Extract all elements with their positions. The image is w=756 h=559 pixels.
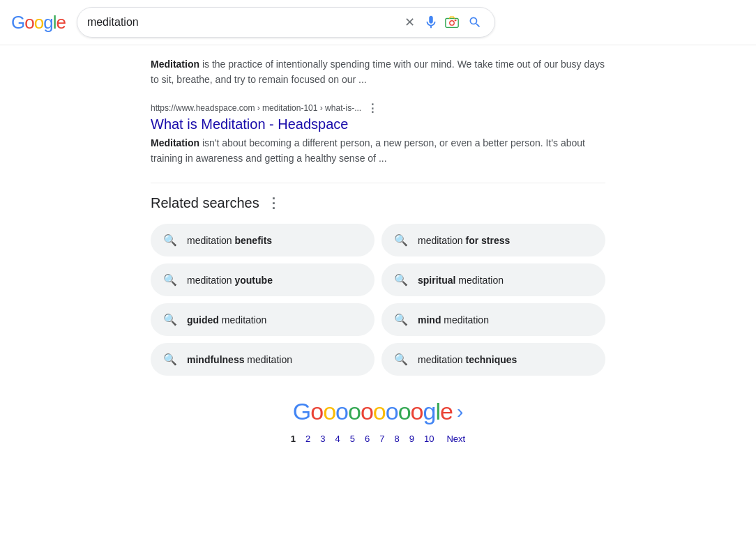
related-searches-section: Related searches ⋮ 🔍 meditation benefits… xyxy=(151,194,605,376)
search-icon: 🔍 xyxy=(163,313,177,326)
page-8[interactable]: 8 xyxy=(394,434,399,444)
page-10[interactable]: 10 xyxy=(424,434,434,444)
clear-icon[interactable]: ✕ xyxy=(402,12,418,33)
search-icon: 🔍 xyxy=(163,233,177,247)
page-7[interactable]: 7 xyxy=(379,434,384,444)
related-item-youtube[interactable]: 🔍 meditation youtube xyxy=(151,263,375,296)
camera-icon[interactable] xyxy=(444,15,460,30)
search-bar: ✕ xyxy=(77,7,495,38)
result-desc-bold: Meditation xyxy=(151,137,199,148)
related-text-benefits: meditation benefits xyxy=(187,235,272,246)
next-button[interactable]: Next xyxy=(446,434,465,444)
related-item-stress[interactable]: 🔍 meditation for stress xyxy=(381,224,605,256)
page-3[interactable]: 3 xyxy=(320,434,325,444)
google-logo[interactable]: Google xyxy=(11,12,66,33)
related-searches-grid: 🔍 meditation benefits 🔍 meditation for s… xyxy=(151,224,605,376)
related-text-mind: mind meditation xyxy=(418,314,489,326)
pagination-next-arrow[interactable]: › xyxy=(457,401,463,423)
related-text-guided: guided meditation xyxy=(187,314,266,326)
search-icon: 🔍 xyxy=(394,353,408,366)
search-icon: 🔍 xyxy=(163,273,177,286)
snippet-text: Meditation is the practice of intentiona… xyxy=(151,56,605,88)
svg-point-1 xyxy=(450,21,454,25)
related-item-spiritual[interactable]: 🔍 spiritual meditation xyxy=(381,263,605,296)
header: Google ✕ xyxy=(0,0,756,45)
related-header: Related searches ⋮ xyxy=(151,194,605,211)
search-input[interactable] xyxy=(87,16,396,29)
pagination-logo: Gooooooooogle xyxy=(293,398,453,425)
result-title-link[interactable]: What is Meditation - Headspace xyxy=(151,116,605,132)
search-icon: 🔍 xyxy=(394,313,408,326)
related-text-youtube: meditation youtube xyxy=(187,275,273,286)
related-text-techniques: meditation techniques xyxy=(418,354,517,365)
page-6[interactable]: 6 xyxy=(365,434,370,444)
related-text-stress: meditation for stress xyxy=(418,235,510,246)
pagination-logo-row: Gooooooooogle › xyxy=(293,398,463,425)
svg-rect-2 xyxy=(455,20,457,21)
main-content: Meditation is the practice of intentiona… xyxy=(134,45,622,483)
page-numbers: 1 2 3 4 5 6 7 8 9 10 Next xyxy=(291,434,465,444)
page-5[interactable]: 5 xyxy=(350,434,355,444)
search-bar-icons: ✕ xyxy=(402,12,485,33)
related-item-mind[interactable]: 🔍 mind meditation xyxy=(381,303,605,336)
related-item-guided[interactable]: 🔍 guided meditation xyxy=(151,303,375,336)
result-more-dots[interactable]: ⋮ xyxy=(367,102,378,115)
search-icon: 🔍 xyxy=(394,273,408,286)
related-text-spiritual: spiritual meditation xyxy=(418,275,504,286)
page-9[interactable]: 9 xyxy=(409,434,414,444)
related-more-dots[interactable]: ⋮ xyxy=(266,194,280,211)
page-1: 1 xyxy=(291,434,296,444)
page-4[interactable]: 4 xyxy=(335,434,340,444)
mic-icon[interactable] xyxy=(423,15,439,30)
result-url: https://www.headspace.com › meditation-1… xyxy=(151,102,605,115)
search-icon: 🔍 xyxy=(163,353,177,366)
related-searches-title: Related searches xyxy=(151,195,259,211)
result-desc-rest: isn't about becoming a different person,… xyxy=(151,137,585,164)
related-item-mindfulness[interactable]: 🔍 mindfulness meditation xyxy=(151,343,375,376)
snippet-bold: Meditation xyxy=(151,59,199,70)
search-icon: 🔍 xyxy=(394,233,408,247)
related-item-benefits[interactable]: 🔍 meditation benefits xyxy=(151,224,375,256)
search-button[interactable] xyxy=(465,13,485,32)
related-item-techniques[interactable]: 🔍 meditation techniques xyxy=(381,343,605,376)
related-text-mindfulness: mindfulness meditation xyxy=(187,354,292,365)
result-description: Meditation isn't about becoming a differ… xyxy=(151,135,605,166)
search-result-headspace: https://www.headspace.com › meditation-1… xyxy=(151,102,605,166)
snippet-rest: is the practice of intentionally spendin… xyxy=(151,59,605,85)
divider xyxy=(151,183,605,183)
pagination: Gooooooooogle › 1 2 3 4 5 6 7 8 9 10 Nex… xyxy=(151,398,605,444)
page-2[interactable]: 2 xyxy=(305,434,310,444)
svg-rect-0 xyxy=(446,19,458,28)
